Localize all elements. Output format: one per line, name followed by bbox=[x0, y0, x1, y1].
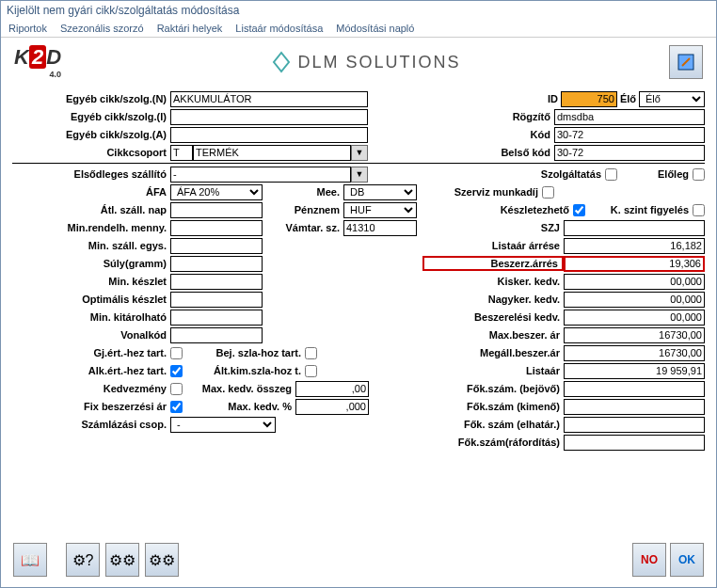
lbl-fokkimeno: Fők.szám (kimenő) bbox=[422, 401, 564, 412]
lbl-maxbeszer: Max.beszer. ár bbox=[422, 329, 564, 341]
lbl-maxkedvpct: Max. kedv. % bbox=[183, 401, 295, 412]
lbl-alkert: Alk.ért.-hez tart. bbox=[12, 365, 170, 376]
input-suly[interactable] bbox=[170, 256, 263, 272]
input-kisker[interactable] bbox=[564, 274, 705, 290]
toolbar-gear-q-icon[interactable]: ⚙? bbox=[66, 543, 100, 577]
menu-listaar[interactable]: Listaár módosítása bbox=[235, 23, 323, 34]
lbl-listaar: Listaár bbox=[422, 365, 564, 376]
lbl-egyeb-i: Egyéb cikk/szolg.(I) bbox=[12, 111, 170, 122]
lbl-nagyker: Nagyker. kedv. bbox=[422, 294, 564, 305]
select-szamlazasi[interactable]: - bbox=[170, 417, 276, 433]
lbl-id: ID bbox=[545, 93, 561, 104]
lbl-penznem: Pénznem bbox=[263, 204, 343, 215]
chk-keszlet[interactable] bbox=[573, 204, 585, 216]
chk-kedvezmeny[interactable] bbox=[170, 383, 183, 395]
chk-szolgaltatas[interactable] bbox=[605, 168, 617, 181]
lbl-gjert: Gj.ért.-hez tart. bbox=[12, 347, 170, 358]
input-minkeszlet[interactable] bbox=[170, 274, 263, 290]
input-fokkimeno[interactable] bbox=[564, 399, 705, 415]
menu-szezon[interactable]: Szezonális szorzó bbox=[60, 23, 144, 34]
input-rogzito[interactable] bbox=[554, 109, 705, 125]
input-elsodleges[interactable] bbox=[170, 167, 351, 183]
select-penznem[interactable]: HUF bbox=[343, 202, 417, 218]
input-egyeb-a[interactable] bbox=[170, 127, 368, 143]
chk-eloleg[interactable] bbox=[693, 168, 705, 181]
input-megall[interactable] bbox=[564, 345, 705, 361]
input-fokraford[interactable] bbox=[564, 435, 705, 451]
logo-dlm: DLM SOLUTIONS bbox=[270, 51, 461, 73]
lbl-optimalis: Optimális készlet bbox=[12, 294, 170, 305]
lbl-rogzito: Rögzítő bbox=[488, 111, 554, 122]
input-listaarres[interactable] bbox=[564, 238, 705, 254]
no-button[interactable]: NO bbox=[632, 543, 666, 577]
chk-fixbeszer[interactable] bbox=[170, 401, 183, 413]
lbl-maxkedvossz: Max. kedv. összeg bbox=[183, 383, 295, 394]
input-minkitar[interactable] bbox=[170, 310, 263, 326]
input-minszall[interactable] bbox=[170, 238, 263, 254]
chk-gjert[interactable] bbox=[170, 347, 183, 359]
lbl-eloleg: Előleg bbox=[617, 168, 693, 180]
toolbar-gears-icon[interactable]: ⚙⚙ bbox=[145, 543, 179, 577]
select-elo[interactable]: Élő bbox=[639, 91, 705, 107]
select-afa[interactable]: ÁFA 20% bbox=[170, 184, 263, 200]
input-cikkcsoport-code[interactable] bbox=[170, 145, 193, 161]
select-mee[interactable]: DB bbox=[343, 184, 417, 200]
chk-kszint[interactable] bbox=[693, 204, 705, 216]
input-listaar[interactable] bbox=[564, 363, 705, 379]
lbl-atl: Átl. száll. nap bbox=[12, 204, 170, 215]
lbl-bejszla: Bej. szla-hoz tart. bbox=[183, 347, 305, 358]
input-minrend[interactable] bbox=[170, 220, 263, 236]
chk-alkert[interactable] bbox=[170, 365, 183, 377]
cikkcsoport-dropdown-icon[interactable]: ▼ bbox=[351, 145, 368, 161]
input-id[interactable] bbox=[561, 91, 617, 107]
lbl-altkim: Ált.kim.szla-hoz t. bbox=[183, 365, 305, 376]
input-beszer-kedv[interactable] bbox=[564, 310, 705, 326]
input-szj[interactable] bbox=[564, 220, 705, 236]
input-fokbejovo[interactable] bbox=[564, 381, 705, 397]
input-kod[interactable] bbox=[554, 127, 705, 143]
input-nagyker[interactable] bbox=[564, 292, 705, 308]
lbl-megall: Megáll.beszer.ár bbox=[422, 347, 564, 358]
input-maxkedvpct[interactable] bbox=[295, 399, 369, 415]
lbl-fokraford: Fők.szám(ráfordítás) bbox=[422, 437, 564, 448]
input-egyeb-n[interactable] bbox=[170, 91, 368, 107]
chk-szerviz[interactable] bbox=[542, 186, 554, 199]
lbl-kszint: K. szint figyelés bbox=[585, 204, 693, 215]
input-fokelhat[interactable] bbox=[564, 417, 705, 433]
input-optimalis[interactable] bbox=[170, 292, 263, 308]
lbl-mee: Mee. bbox=[263, 186, 343, 198]
elsodleges-dropdown-icon[interactable]: ▼ bbox=[351, 167, 368, 183]
lbl-minkeszlet: Min. készlet bbox=[12, 276, 170, 287]
input-belsokod[interactable] bbox=[554, 145, 705, 161]
input-maxbeszer[interactable] bbox=[564, 327, 705, 343]
lbl-kedvezmeny: Kedvezmény bbox=[12, 383, 170, 394]
menu-bar: Riportok Szezonális szorzó Raktári helye… bbox=[1, 20, 716, 38]
lbl-fixbeszer: Fix beszerzési ár bbox=[12, 401, 170, 412]
lbl-cikkcsoport: Cikkcsoport bbox=[12, 147, 170, 158]
input-beszerz[interactable] bbox=[564, 256, 705, 272]
toolbar-gears-people-icon[interactable]: ⚙⚙ bbox=[105, 543, 139, 577]
lbl-fokbejovo: Fők.szám. (bejövő) bbox=[422, 383, 564, 394]
lbl-szerviz: Szerviz munkadíj bbox=[420, 186, 542, 198]
lbl-minrend: Min.rendelh. menny. bbox=[12, 222, 170, 233]
lbl-szj: SZJ bbox=[422, 222, 564, 233]
lbl-listaarres: Listaár árrése bbox=[422, 240, 564, 251]
input-egyeb-i[interactable] bbox=[170, 109, 368, 125]
lbl-suly: Súly(gramm) bbox=[12, 258, 170, 269]
lbl-kisker: Kisker. kedv. bbox=[422, 276, 564, 287]
lbl-belsokod: Belső kód bbox=[488, 147, 554, 158]
menu-riportok[interactable]: Riportok bbox=[8, 23, 47, 34]
chk-bejszla[interactable] bbox=[305, 347, 317, 359]
input-maxkedvossz[interactable] bbox=[295, 381, 369, 397]
menu-modnaplo[interactable]: Módosítási napló bbox=[336, 23, 414, 34]
input-cikkcsoport-name[interactable] bbox=[193, 145, 351, 161]
input-atl[interactable] bbox=[170, 202, 263, 218]
lbl-beszerz: Beszerz.árrés bbox=[422, 256, 564, 271]
chk-altkim[interactable] bbox=[305, 365, 317, 377]
toolbar-book-icon[interactable]: 📖 bbox=[13, 543, 47, 577]
input-vamtar[interactable] bbox=[343, 220, 417, 236]
ok-button[interactable]: OK bbox=[670, 543, 704, 577]
edit-button[interactable] bbox=[669, 45, 703, 79]
menu-raktar[interactable]: Raktári helyek bbox=[157, 23, 223, 34]
input-vonalkod[interactable] bbox=[170, 327, 263, 343]
